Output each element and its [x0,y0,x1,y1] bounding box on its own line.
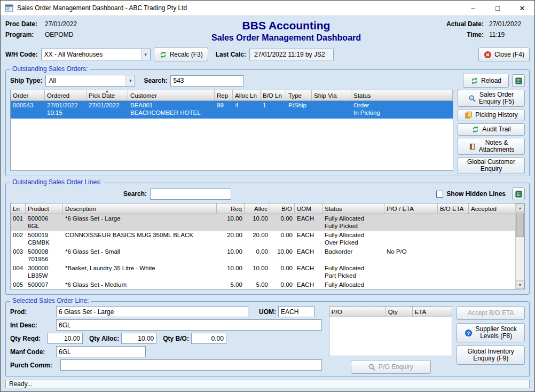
lines-export-button[interactable] [512,187,525,200]
proc-date-label: Proc Date: [5,20,41,28]
global-customer-enquiry-button[interactable]: Global Customer Enquiry [458,157,525,174]
maximize-button[interactable]: □ [485,1,510,15]
line-status-cell: Fully Allocated Part Picked [322,264,384,280]
recalc-button[interactable]: Recalc (F3) [154,48,208,61]
close-form-label: Close (F4) [494,51,524,58]
manf-code-field[interactable] [56,346,146,357]
line-description-cell: *6 Glass Set - Small [63,247,217,264]
scroll-down-icon[interactable]: ▼ [516,280,524,289]
po-enquiry-button[interactable]: P/O Enquiry [351,360,431,374]
int-desc-field[interactable] [56,319,322,331]
uom-field[interactable] [278,306,314,317]
orders-col-pick-date[interactable]: Pick Date▲ [86,90,128,100]
lines-table-wrap: Ln Product Description Req Alloc B/O UOM… [10,203,525,289]
prod-field[interactable] [56,306,248,317]
qty-reqd-field[interactable] [48,333,83,344]
reload-button[interactable]: Reload [463,74,509,88]
qty-alloc-field[interactable] [121,333,156,344]
lines-col-bo-eta[interactable]: B/O ETA [438,203,469,214]
last-calc-label: Last Calc: [216,51,246,58]
picking-history-label: Picking History [475,112,517,119]
po-col-po: P/O [329,307,386,317]
scroll-up-icon[interactable]: ▲ [516,203,524,212]
supplier-stock-levels-button[interactable]: ? Supplier Stock Levels (F8) [457,323,525,342]
qty-bo-field[interactable] [191,333,226,344]
program-value: OEPOMD [45,31,73,38]
orders-col-alloc-ln[interactable]: Alloc Ln [233,90,261,100]
line-row[interactable]: 005 500007 6GM *6 Glass Set - Medium 5.0… [11,280,515,289]
line-bo-cell: 0.00 [270,231,295,247]
refresh-icon [159,51,167,59]
proc-date-value: 27/01/2022 [45,20,77,28]
orders-group: Outstanding Sales Orders: Ship Type: All… [5,69,530,176]
lines-search-input[interactable] [150,189,231,200]
orders-export-button[interactable] [512,74,525,87]
notes-attachments-button[interactable]: Notes & Attachments [458,138,525,155]
window-title: Sales Order Management Dashboard - ABC T… [17,4,457,12]
orders-side-buttons: Sales Order Enquiry (F5) Picking History… [458,90,525,174]
orders-col-order[interactable]: Order [11,90,45,100]
line-bo-cell: 10.00 [270,247,295,264]
lines-col-alloc[interactable]: Alloc [245,203,270,214]
status-bar: Ready... [5,380,530,388]
orders-col-status[interactable]: Status [351,90,453,100]
header-left: Proc Date: 27/01/2022 Program: OEPOMD [5,19,166,45]
lines-search-label: Search: [123,190,147,198]
lines-col-status[interactable]: Status [322,203,384,214]
lines-col-uom[interactable]: UOM [295,203,322,214]
line-row[interactable]: 003 500008 701956 *6 Glass Set - Small 1… [11,247,515,264]
lines-col-description[interactable]: Description [63,203,217,214]
selected-line-group: Selected Sales Order Line: Prod: UOM: In… [5,301,530,377]
close-form-button[interactable]: Close (F4) [478,48,530,61]
minimize-button[interactable]: – [461,1,485,15]
show-hidden-lines-checkbox[interactable] [436,191,443,198]
reload-label: Reload [481,77,501,84]
orders-controls: Ship Type: All ▼ Search: Reload [10,74,525,87]
excel-icon [515,190,523,198]
line-alloc-cell: 0.00 [245,247,270,264]
line-product-cell: 300000 LB35W [26,264,63,280]
lines-col-po-eta[interactable]: P/O / ETA [384,203,438,214]
order-row[interactable]: 000543 27/01/2022 10:15 27/01/2022 BEA00… [11,101,453,119]
accept-bo-eta-button[interactable]: Accept B/O ETA [457,306,525,320]
lines-col-bo[interactable]: B/O [270,203,295,214]
po-enquiry-label: P/O Enquiry [379,363,413,371]
orders-col-customer[interactable]: Customer [128,90,215,100]
orders-col-rep[interactable]: Rep [215,90,233,100]
line-row[interactable]: 001 500006 6GL *6 Glass Set - Large 10.0… [11,214,515,231]
orders-col-ship-via[interactable]: Ship Via [312,90,351,100]
orders-col-bo-ln[interactable]: B/O Ln [261,90,286,100]
order-rep-cell: 99 [215,101,233,119]
audit-trail-button[interactable]: Audit Trail [458,123,525,136]
ship-type-label: Ship Type: [10,77,42,84]
prod-label: Prod: [10,308,54,316]
sales-order-enquiry-button[interactable]: Sales Order Enquiry (F5) [458,90,525,107]
close-window-button[interactable]: ✕ [510,1,534,15]
svg-text:?: ? [467,330,470,335]
orders-col-ordered[interactable]: Ordered [45,90,86,100]
line-row[interactable]: 004 300000 LB35W *Basket, Laundry 35 Lit… [11,264,515,280]
ship-type-select[interactable]: All ▼ [45,75,135,87]
lines-table-header: Ln Product Description Req Alloc B/O UOM… [11,203,515,214]
app-subtitle: Sales Order Management Dashboard [166,32,407,44]
time-value: 11:19 [489,31,530,38]
accept-bo-eta-label: Accept B/O ETA [468,310,514,317]
scrollbar-track[interactable] [516,212,524,280]
orders-search-input[interactable] [170,75,244,87]
line-alloc-cell: 20.00 [245,231,270,247]
orders-col-type[interactable]: Type [286,90,312,100]
last-calc-value-box: 27/01/2022 11:19 by JS2 [249,49,334,60]
line-row[interactable]: 002 500019 CBMBK CONNOISSEUR BASICS MUG … [11,231,515,247]
lines-scrollbar[interactable]: ▲ ▼ [515,203,524,289]
wh-code-select[interactable]: XX - All Warehouses ▼ [41,49,151,60]
lines-col-accepted[interactable]: Accepted [469,203,515,214]
global-inventory-enquiry-button[interactable]: Global Inventory Enquiry (F9) [457,346,525,365]
scrollbar-thumb[interactable] [516,213,524,237]
lines-col-req[interactable]: Req [217,203,245,214]
lines-col-product[interactable]: Product [26,203,63,214]
refresh-icon [470,77,478,85]
lines-col-ln[interactable]: Ln [11,203,26,214]
purch-comm-field[interactable] [60,359,322,371]
refresh-icon [471,126,479,134]
picking-history-button[interactable]: Picking History [458,109,525,121]
